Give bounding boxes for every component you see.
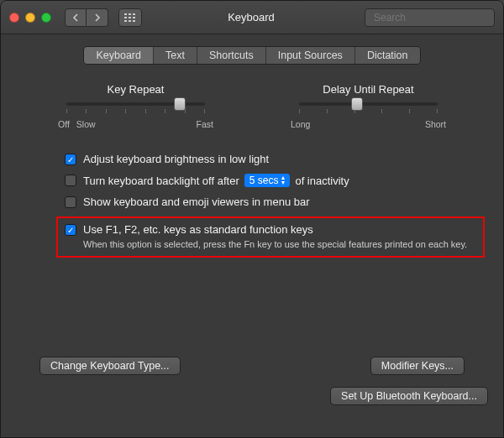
- change-keyboard-type-button[interactable]: Change Keyboard Type...: [39, 357, 181, 375]
- slider-track[interactable]: [299, 102, 438, 106]
- brightness-checkbox[interactable]: ✓: [65, 154, 76, 165]
- slider-knob[interactable]: [351, 97, 363, 111]
- tab-text[interactable]: Text: [154, 47, 197, 64]
- window-controls: [9, 13, 51, 23]
- svg-rect-1: [129, 13, 131, 15]
- key-repeat-slider: Key Repeat Off Slow Fast: [58, 83, 213, 129]
- slider-min-slow: Slow: [76, 119, 96, 129]
- select-value: 5 secs: [249, 175, 279, 186]
- fn-keys-option: ✓ Use F1, F2, etc. keys as standard func…: [65, 223, 476, 249]
- close-icon[interactable]: [9, 13, 19, 23]
- svg-rect-5: [133, 17, 135, 18]
- svg-rect-6: [124, 20, 127, 22]
- svg-rect-2: [133, 13, 135, 15]
- show-all-button[interactable]: [118, 8, 142, 27]
- modifier-keys-button[interactable]: Modifier Keys...: [370, 357, 465, 375]
- emoji-checkbox[interactable]: [65, 196, 76, 208]
- option-label: Show keyboard and emoji viewers in menu …: [83, 196, 310, 208]
- back-button[interactable]: [65, 8, 87, 27]
- option-hint: When this option is selected, press the …: [83, 239, 467, 249]
- svg-rect-4: [129, 17, 131, 18]
- slider-track[interactable]: [66, 102, 205, 106]
- slider-max: Fast: [197, 119, 213, 129]
- brightness-option: ✓ Adjust keyboard brightness in low ligh…: [65, 153, 480, 165]
- delay-slider: Delay Until Repeat Long Short: [291, 83, 446, 129]
- tab-dictation[interactable]: Dictation: [355, 47, 420, 64]
- svg-rect-8: [133, 20, 135, 22]
- option-label: Adjust keyboard brightness in low light: [83, 153, 269, 165]
- slider-min: Long: [291, 119, 310, 129]
- search-field[interactable]: [365, 8, 495, 27]
- option-label-after: of inactivity: [295, 175, 349, 187]
- option-label: Use F1, F2, etc. keys as standard functi…: [83, 223, 467, 236]
- tab-shortcuts[interactable]: Shortcuts: [197, 47, 266, 64]
- search-input[interactable]: [374, 12, 500, 23]
- tab-bar: KeyboardTextShortcutsInput SourcesDictat…: [1, 34, 503, 75]
- nav-buttons: [65, 8, 108, 27]
- content-area: Key Repeat Off Slow Fast Delay Until Rep…: [1, 75, 503, 375]
- titlebar: Keyboard: [1, 1, 503, 34]
- zoom-icon[interactable]: [41, 13, 51, 23]
- fn-keys-checkbox[interactable]: ✓: [65, 224, 76, 236]
- stepper-icon: ▴▾: [281, 175, 285, 185]
- minimize-icon[interactable]: [25, 13, 35, 23]
- option-label-before: Turn keyboard backlight off after: [83, 175, 239, 187]
- svg-rect-0: [124, 13, 127, 15]
- slider-max: Short: [425, 119, 446, 129]
- preferences-window: Keyboard KeyboardTextShortcutsInput Sour…: [0, 0, 504, 438]
- grid-icon: [124, 13, 136, 22]
- slider-knob[interactable]: [174, 97, 186, 111]
- svg-rect-3: [124, 17, 127, 18]
- forward-button[interactable]: [87, 8, 108, 27]
- slider-label: Delay Until Repeat: [323, 83, 413, 96]
- highlight-annotation: ✓ Use F1, F2, etc. keys as standard func…: [56, 216, 485, 258]
- chevron-left-icon: [72, 13, 79, 22]
- chevron-right-icon: [94, 13, 101, 22]
- backlight-checkbox[interactable]: [65, 175, 76, 186]
- backlight-off-option: Turn keyboard backlight off after 5 secs…: [65, 174, 480, 187]
- slider-label: Key Repeat: [108, 83, 165, 96]
- tab-keyboard[interactable]: Keyboard: [84, 47, 154, 64]
- window-title: Keyboard: [149, 11, 358, 23]
- backlight-timeout-select[interactable]: 5 secs ▴▾: [244, 174, 291, 187]
- svg-rect-7: [129, 20, 131, 22]
- tab-input-sources[interactable]: Input Sources: [266, 47, 355, 64]
- slider-min-off: Off: [58, 119, 70, 129]
- bluetooth-keyboard-button[interactable]: Set Up Bluetooth Keyboard...: [330, 387, 488, 405]
- emoji-viewer-option: Show keyboard and emoji viewers in menu …: [65, 196, 480, 208]
